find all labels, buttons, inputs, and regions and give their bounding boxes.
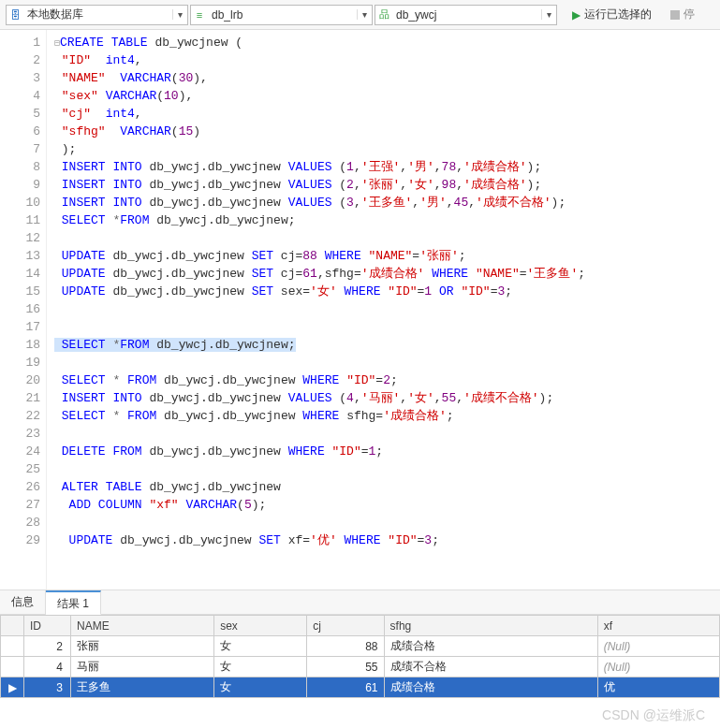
cell[interactable]: 优 <box>597 677 719 698</box>
code-line[interactable]: INSERT INTO db_ywcj.db_ywcjnew VALUES (1… <box>54 158 720 176</box>
cell[interactable]: (Null) <box>597 657 719 677</box>
line-number: 15 <box>0 283 40 300</box>
cell[interactable]: 马丽 <box>71 657 214 677</box>
chevron-down-icon: ▾ <box>172 9 187 20</box>
line-number: 1 <box>0 34 40 51</box>
results-table[interactable]: IDNAMEsexcjsfhgxf 2张丽女88成绩合格(Null)4马丽女55… <box>0 615 720 698</box>
code-line[interactable]: "sex" VARCHAR(10), <box>54 87 720 105</box>
code-line[interactable] <box>54 354 720 371</box>
column-header[interactable]: NAME <box>71 616 214 636</box>
stop-button[interactable]: 停 <box>665 5 700 25</box>
code-line[interactable]: ADD COLUMN "xf" VARCHAR(5); <box>54 496 720 514</box>
run-selected-button[interactable]: ▶ 运行已选择的 <box>565 5 659 25</box>
sql-editor[interactable]: 1234567891011121314151617181920212223242… <box>0 30 720 590</box>
code-line[interactable]: ALTER TABLE db_ywcj.db_ywcjnew <box>54 478 720 496</box>
cell[interactable]: 成绩合格 <box>384 636 597 657</box>
code-line[interactable]: "NAME" VARCHAR(30), <box>54 69 720 87</box>
cell[interactable]: (Null) <box>597 636 719 657</box>
line-number: 13 <box>0 247 40 265</box>
combo-connection[interactable]: 🗄 本地数据库 ▾ <box>6 5 188 25</box>
cell[interactable]: 4 <box>24 657 71 677</box>
code-line[interactable]: INSERT INTO db_ywcj.db_ywcjnew VALUES (4… <box>54 389 720 407</box>
column-header[interactable]: ID <box>24 616 71 636</box>
code-line[interactable]: SELECT *FROM db_ywcj.db_ywcjnew; <box>54 336 720 354</box>
code-line[interactable]: SELECT *FROM db_ywcj.db_ywcjnew; <box>54 211 720 229</box>
code-line[interactable]: SELECT * FROM db_ywcj.db_ywcjnew WHERE s… <box>54 407 720 425</box>
tab-info[interactable]: 信息 <box>0 590 46 614</box>
line-number: 29 <box>0 531 40 549</box>
code-line[interactable] <box>54 300 720 318</box>
line-number: 21 <box>0 389 40 407</box>
cell[interactable]: 女 <box>214 657 307 677</box>
code-line[interactable]: "ID" int4, <box>54 51 720 69</box>
database-icon: 🗄 <box>7 9 23 21</box>
cell[interactable]: 55 <box>307 657 384 677</box>
row-marker <box>1 657 24 677</box>
cylinder-icon: ≡ <box>191 9 208 21</box>
cell[interactable]: 61 <box>307 677 384 698</box>
combo-schema-label: db_ywcj <box>392 8 541 22</box>
line-number: 3 <box>0 69 40 87</box>
column-header[interactable]: sfhg <box>384 616 597 636</box>
combo-database-label: db_lrb <box>208 8 357 22</box>
cell[interactable]: 3 <box>24 677 71 698</box>
code-line[interactable]: "cj" int4, <box>54 105 720 123</box>
tab-result-1[interactable]: 结果 1 <box>46 590 101 615</box>
column-header[interactable]: cj <box>307 616 384 636</box>
line-number: 11 <box>0 211 40 229</box>
line-number: 8 <box>0 158 40 176</box>
code-line[interactable]: INSERT INTO db_ywcj.db_ywcjnew VALUES (3… <box>54 194 720 211</box>
combo-database[interactable]: ≡ db_lrb ▾ <box>190 5 373 25</box>
table-row[interactable]: 2张丽女88成绩合格(Null) <box>1 636 720 657</box>
code-line[interactable] <box>54 460 720 478</box>
cell[interactable]: 成绩不合格 <box>384 657 597 677</box>
code-area[interactable]: ⊟CREATE TABLE db_ywcjnew ( "ID" int4, "N… <box>47 30 720 590</box>
line-number: 24 <box>0 443 40 460</box>
results-panel: IDNAMEsexcjsfhgxf 2张丽女88成绩合格(Null)4马丽女55… <box>0 614 720 728</box>
code-line[interactable]: ⊟CREATE TABLE db_ywcjnew ( <box>54 34 720 51</box>
chevron-down-icon: ▾ <box>541 9 556 20</box>
code-line[interactable]: INSERT INTO db_ywcj.db_ywcjnew VALUES (2… <box>54 176 720 194</box>
line-number: 10 <box>0 194 40 211</box>
line-number: 22 <box>0 407 40 425</box>
line-number: 17 <box>0 318 40 336</box>
line-number: 16 <box>0 300 40 318</box>
chevron-down-icon: ▾ <box>357 9 372 20</box>
code-line[interactable] <box>54 425 720 443</box>
code-line[interactable]: UPDATE db_ywcj.db_ywcjnew SET xf='优' WHE… <box>54 531 720 549</box>
cell[interactable]: 成绩合格 <box>384 677 597 698</box>
column-header[interactable]: sex <box>214 616 307 636</box>
code-line[interactable] <box>54 514 720 531</box>
cell[interactable]: 王多鱼 <box>71 677 214 698</box>
cell[interactable]: 女 <box>214 677 307 698</box>
line-number: 5 <box>0 105 40 123</box>
code-line[interactable]: ); <box>54 140 720 158</box>
code-line[interactable]: SELECT * FROM db_ywcj.db_ywcjnew WHERE "… <box>54 371 720 389</box>
code-line[interactable]: "sfhg" VARCHAR(15) <box>54 123 720 140</box>
cell[interactable]: 张丽 <box>71 636 214 657</box>
line-number: 4 <box>0 87 40 105</box>
stop-icon <box>670 10 680 20</box>
line-number: 12 <box>0 229 40 247</box>
line-number: 9 <box>0 176 40 194</box>
table-row[interactable]: ▶3王多鱼女61成绩合格优 <box>1 677 720 698</box>
column-header[interactable]: xf <box>597 616 719 636</box>
line-gutter: 1234567891011121314151617181920212223242… <box>0 30 47 590</box>
line-number: 14 <box>0 265 40 283</box>
cell[interactable]: 88 <box>307 636 384 657</box>
line-number: 25 <box>0 460 40 478</box>
code-line[interactable] <box>54 318 720 336</box>
table-row[interactable]: 4马丽女55成绩不合格(Null) <box>1 657 720 677</box>
code-line[interactable]: UPDATE db_ywcj.db_ywcjnew SET cj=88 WHER… <box>54 247 720 265</box>
code-line[interactable]: UPDATE db_ywcj.db_ywcjnew SET cj=61,sfhg… <box>54 265 720 283</box>
code-line[interactable] <box>54 229 720 247</box>
play-icon: ▶ <box>572 8 580 22</box>
cell[interactable]: 女 <box>214 636 307 657</box>
row-marker-header <box>1 616 24 636</box>
run-label: 运行已选择的 <box>584 7 652 22</box>
code-line[interactable]: DELETE FROM db_ywcj.db_ywcjnew WHERE "ID… <box>54 443 720 460</box>
combo-schema[interactable]: 品 db_ywcj ▾ <box>375 5 557 25</box>
cell[interactable]: 2 <box>24 636 71 657</box>
code-line[interactable]: UPDATE db_ywcj.db_ywcjnew SET sex='女' WH… <box>54 283 720 300</box>
line-number: 6 <box>0 123 40 140</box>
